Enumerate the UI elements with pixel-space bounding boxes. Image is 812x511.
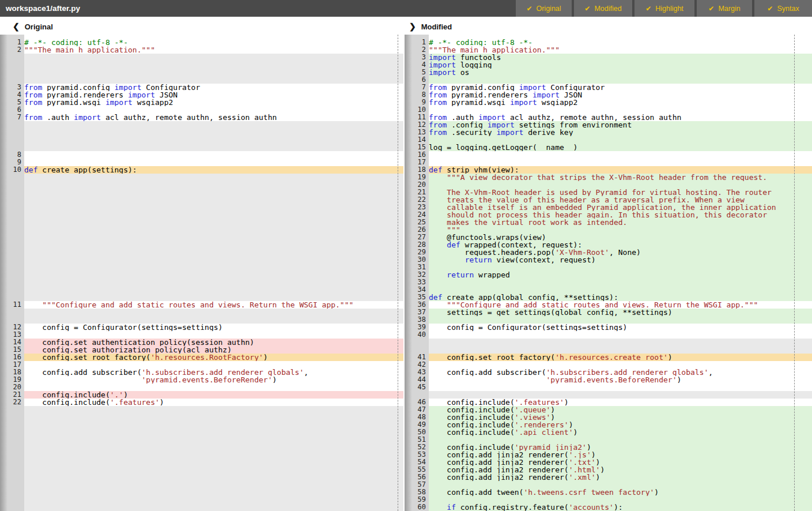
code-line[interactable] [24, 474, 403, 481]
code-line[interactable]: config.set_root_factory('h.resources.Roo… [24, 354, 403, 361]
code-line[interactable] [24, 121, 403, 129]
code-line[interactable] [24, 144, 403, 151]
code-line[interactable]: return view(context, request) [429, 256, 812, 264]
original-editor[interactable]: 1# -*- coding: utf-8 -*-2"""The main h a… [0, 35, 403, 511]
code-line[interactable] [429, 346, 812, 354]
code-line[interactable]: """Configure and add static routes and v… [429, 301, 812, 309]
code-line[interactable]: def wrapped(context, request): [429, 241, 812, 249]
code-line[interactable] [24, 204, 403, 211]
chevron-left-icon[interactable]: ❮ [13, 22, 20, 31]
code-line[interactable]: request.headers.pop('X-Vhm-Root', None) [429, 249, 812, 256]
code-line[interactable]: treats the value of this header as a tra… [429, 196, 812, 204]
modified-editor[interactable]: 1# -*- coding: utf-8 -*-2"""The main h a… [405, 35, 812, 511]
code-line[interactable] [429, 264, 812, 271]
code-line[interactable]: from pyramid.renderers import JSON [24, 91, 403, 99]
code-line[interactable]: config.include('.queue') [429, 406, 812, 414]
code-line[interactable] [429, 286, 812, 294]
code-line[interactable]: 'pyramid.events.BeforeRender') [24, 376, 403, 384]
code-line[interactable] [24, 429, 403, 436]
code-line[interactable] [24, 106, 403, 114]
code-line[interactable]: from pyramid.config import Configurator [429, 84, 812, 91]
code-line[interactable]: # -*- coding: utf-8 -*- [24, 39, 403, 46]
code-line[interactable] [24, 451, 403, 459]
code-line[interactable]: from .auth import acl_authz, remote_auth… [24, 114, 403, 121]
code-line[interactable]: from pyramid.config import Configurator [24, 84, 403, 91]
code-line[interactable]: import functools [429, 54, 812, 61]
code-line[interactable]: config.add_jinja2_renderer('.xml') [429, 474, 812, 481]
toggle-margin-button[interactable]: ✔ Margin [697, 0, 752, 17]
code-line[interactable] [429, 384, 812, 391]
code-line[interactable]: 'pyramid.events.BeforeRender') [429, 376, 812, 384]
code-line[interactable] [24, 241, 403, 249]
code-line[interactable]: config.include('.api_client') [429, 429, 812, 436]
toggle-highlight-button[interactable]: ✔ Highlight [635, 0, 694, 17]
code-line[interactable] [429, 339, 812, 346]
code-line[interactable] [24, 226, 403, 234]
code-line[interactable]: should not process this header again. In… [429, 211, 812, 219]
code-line[interactable]: config.include('.') [24, 391, 403, 399]
code-line[interactable]: """The main h application.""" [429, 46, 812, 54]
code-line[interactable]: """A view decorator that strips the X-Vh… [429, 174, 812, 181]
code-line[interactable] [24, 466, 403, 474]
code-line[interactable] [429, 159, 812, 166]
code-line[interactable] [24, 271, 403, 279]
code-line[interactable] [24, 219, 403, 226]
code-line[interactable]: config.include('.renderers') [429, 421, 812, 429]
code-line[interactable]: # -*- coding: utf-8 -*- [429, 39, 812, 46]
code-line[interactable] [24, 249, 403, 256]
code-line[interactable]: config.add_jinja2_renderer('.js') [429, 451, 812, 459]
code-line[interactable] [24, 54, 403, 61]
code-line[interactable]: from .security import derive_key [429, 129, 812, 136]
toggle-original-button[interactable]: ✔ Original [516, 0, 572, 17]
code-line[interactable]: config.set_root_factory('h.resources.cre… [429, 354, 812, 361]
code-line[interactable] [24, 406, 403, 414]
code-line[interactable] [24, 151, 403, 159]
code-line[interactable]: config.add_jinja2_renderer('.html') [429, 466, 812, 474]
code-line[interactable] [24, 444, 403, 451]
code-line[interactable] [429, 316, 812, 324]
code-line[interactable] [24, 181, 403, 189]
code-line[interactable] [24, 76, 403, 84]
code-line[interactable]: return wrapped [429, 271, 812, 279]
code-line[interactable]: config.set_authorization_policy(acl_auth… [24, 346, 403, 354]
code-line[interactable] [24, 196, 403, 204]
code-line[interactable] [24, 174, 403, 181]
code-line[interactable]: config.set_authentication_policy(session… [24, 339, 403, 346]
code-line[interactable] [24, 489, 403, 496]
code-line[interactable]: log = logging.getLogger(__name__) [429, 144, 812, 151]
code-line[interactable] [429, 481, 812, 489]
code-line[interactable]: config = Configurator(settings=settings) [24, 324, 403, 331]
code-line[interactable]: """The main h application.""" [24, 46, 403, 54]
code-line[interactable] [24, 256, 403, 264]
code-line[interactable]: config.include('pyramid_jinja2') [429, 444, 812, 451]
code-line[interactable] [24, 279, 403, 286]
code-line[interactable]: from .config import settings_from_enviro… [429, 121, 812, 129]
code-line[interactable] [24, 331, 403, 339]
toggle-syntax-button[interactable]: ✔ Syntax [754, 0, 812, 17]
code-line[interactable] [429, 496, 812, 504]
code-line[interactable]: settings = get_settings(global_config, *… [429, 309, 812, 316]
code-line[interactable]: def create_app(settings): [24, 166, 403, 174]
code-line[interactable]: config = Configurator(settings=settings) [429, 324, 812, 331]
code-line[interactable] [429, 136, 812, 144]
code-line[interactable]: config.include('.features') [429, 399, 812, 406]
toggle-modified-button[interactable]: ✔ Modified [574, 0, 632, 17]
code-line[interactable] [24, 129, 403, 136]
code-line[interactable]: config.add_subscriber('h.subscribers.add… [429, 369, 812, 376]
code-line[interactable] [24, 309, 403, 316]
code-line[interactable] [24, 189, 403, 196]
code-line[interactable]: config.include('.features') [24, 399, 403, 406]
code-line[interactable]: @functools.wraps(view) [429, 234, 812, 241]
code-line[interactable] [24, 384, 403, 391]
code-line[interactable]: def strip_vhm(view): [429, 166, 812, 174]
code-line[interactable] [24, 61, 403, 69]
code-line[interactable] [429, 361, 812, 369]
code-line[interactable]: if config.registry.feature('accounts'): [429, 504, 812, 511]
code-line[interactable] [429, 279, 812, 286]
code-line[interactable]: makes the virtual root work as intended. [429, 219, 812, 226]
code-line[interactable] [24, 421, 403, 429]
code-line[interactable]: config.add_jinja2_renderer('.txt') [429, 459, 812, 466]
code-line[interactable] [24, 294, 403, 301]
code-line[interactable] [24, 316, 403, 324]
code-line[interactable] [24, 496, 403, 504]
